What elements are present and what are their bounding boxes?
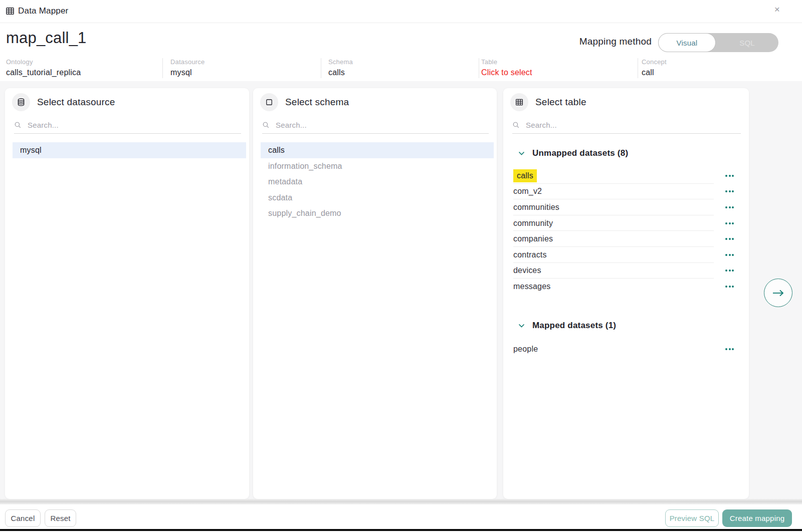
schema-panel: Select schema calls information_schema m…: [253, 88, 497, 499]
mapping-method-toggle: Visual SQL: [658, 33, 778, 52]
mapped-datasets-list: people: [513, 341, 735, 357]
field-label: Concept: [642, 58, 667, 66]
chevron-down-icon[interactable]: [518, 151, 525, 156]
field-label: Datasource: [170, 58, 205, 66]
field-table[interactable]: Table Click to select: [481, 58, 532, 77]
more-options-icon[interactable]: [725, 348, 734, 350]
search-icon: [262, 121, 270, 129]
footer-divider: [0, 499, 802, 504]
database-icon: [12, 93, 30, 111]
field-ontology: Ontology calls_tutorial_replica: [6, 58, 81, 77]
field-divider: [162, 58, 163, 78]
schema-item-information-schema[interactable]: information_schema: [261, 158, 494, 174]
section-title: Unmapped datasets (8): [532, 148, 628, 158]
datasource-panel: Select datasource mysql: [5, 88, 249, 499]
panel-title-schema: Select schema: [285, 97, 349, 108]
field-divider: [479, 58, 479, 78]
more-options-icon[interactable]: [725, 238, 734, 240]
window-title: Data Mapper: [18, 6, 68, 16]
table-row-calls[interactable]: calls: [513, 168, 735, 184]
unmapped-datasets-section-header: Unmapped datasets (8): [518, 148, 628, 158]
table-row-people[interactable]: people: [513, 341, 735, 357]
more-options-icon[interactable]: [725, 270, 734, 272]
toggle-option-sql[interactable]: SQL: [716, 33, 778, 52]
cancel-button[interactable]: Cancel: [5, 509, 41, 527]
field-value: calls: [328, 68, 353, 77]
field-divider: [638, 58, 638, 78]
field-schema: Schema calls: [328, 58, 353, 77]
search-icon: [14, 121, 22, 129]
more-options-icon[interactable]: [725, 286, 734, 288]
window-bottom-edge: [0, 529, 802, 531]
more-options-icon[interactable]: [725, 175, 734, 177]
field-value: calls_tutorial_replica: [6, 68, 81, 77]
table-row-communities[interactable]: communities: [513, 199, 735, 215]
field-value: call: [642, 68, 667, 77]
table-row-companies[interactable]: companies: [513, 231, 735, 247]
more-options-icon[interactable]: [725, 206, 734, 208]
field-value: mysql: [170, 68, 205, 77]
panel-title-table: Select table: [535, 97, 586, 108]
toggle-option-visual[interactable]: Visual: [658, 33, 716, 52]
table-row-contracts[interactable]: contracts: [513, 247, 735, 263]
unmapped-datasets-list: calls com_v2 communities community compa…: [513, 168, 735, 295]
schema-item-supply-chain-demo[interactable]: supply_chain_demo: [261, 205, 494, 221]
table-icon: [510, 93, 528, 111]
table-search[interactable]: [512, 116, 741, 134]
page-title: map_call_1: [6, 29, 87, 47]
field-datasource: Datasource mysql: [170, 58, 205, 77]
more-options-icon[interactable]: [725, 190, 734, 192]
table-search-input[interactable]: [525, 120, 741, 130]
datasource-search-input[interactable]: [27, 120, 241, 130]
table-row-com-v2[interactable]: com_v2: [513, 184, 735, 200]
field-concept: Concept call: [642, 58, 667, 77]
table-row-devices[interactable]: devices: [513, 263, 735, 279]
schema-item-metadata[interactable]: metadata: [261, 174, 494, 190]
field-label: Schema: [328, 58, 353, 66]
more-options-icon[interactable]: [725, 222, 734, 224]
section-title: Mapped datasets (1): [532, 321, 616, 331]
forward-arrow-button[interactable]: [764, 279, 792, 307]
highlighted-label: calls: [513, 169, 537, 182]
data-mapper-icon: [5, 6, 15, 16]
schema-search-input[interactable]: [275, 120, 489, 130]
schema-item-scdata[interactable]: scdata: [261, 190, 494, 206]
chevron-down-icon[interactable]: [518, 324, 525, 328]
titlebar: Data Mapper ×: [0, 0, 802, 23]
table-row-messages[interactable]: messages: [513, 279, 735, 295]
table-panel: Select table Unmapped datasets (8) calls…: [503, 88, 749, 499]
mapping-method-label: Mapping method: [506, 36, 652, 47]
field-value-click-to-select[interactable]: Click to select: [481, 68, 532, 77]
search-icon: [512, 121, 520, 129]
reset-button[interactable]: Reset: [45, 509, 76, 527]
arrow-right-icon: [772, 289, 785, 297]
close-icon[interactable]: ×: [774, 5, 780, 14]
field-label: Ontology: [6, 58, 81, 66]
panel-title-datasource: Select datasource: [37, 97, 115, 108]
schema-item-calls[interactable]: calls: [261, 142, 494, 158]
mapped-datasets-section-header: Mapped datasets (1): [518, 321, 616, 331]
create-mapping-button[interactable]: Create mapping: [722, 509, 792, 527]
table-row-community[interactable]: community: [513, 215, 735, 231]
schema-icon: [260, 93, 278, 111]
datasource-item-mysql[interactable]: mysql: [13, 142, 246, 158]
schema-search[interactable]: [262, 116, 489, 134]
field-divider: [321, 58, 321, 78]
preview-sql-button[interactable]: Preview SQL: [665, 509, 719, 527]
datasource-search[interactable]: [14, 116, 241, 134]
field-label: Table: [481, 58, 532, 66]
more-options-icon[interactable]: [725, 254, 734, 256]
